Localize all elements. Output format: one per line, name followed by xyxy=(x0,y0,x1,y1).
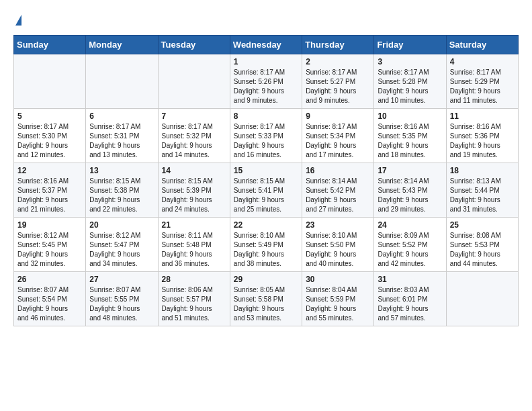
day-number: 15 xyxy=(234,166,298,175)
day-number: 26 xyxy=(17,275,82,284)
calendar-cell: 18Sunrise: 8:13 AM Sunset: 5:44 PM Dayli… xyxy=(446,163,518,218)
calendar-cell: 7Sunrise: 8:17 AM Sunset: 5:32 PM Daylig… xyxy=(158,109,230,163)
day-info: Sunrise: 8:03 AM Sunset: 6:01 PM Dayligh… xyxy=(378,285,442,323)
calendar-week-row: 5Sunrise: 8:17 AM Sunset: 5:30 PM Daylig… xyxy=(14,109,519,163)
calendar-cell: 4Sunrise: 8:17 AM Sunset: 5:29 PM Daylig… xyxy=(446,54,518,109)
calendar-cell: 14Sunrise: 8:15 AM Sunset: 5:39 PM Dayli… xyxy=(158,163,230,218)
calendar-week-row: 19Sunrise: 8:12 AM Sunset: 5:45 PM Dayli… xyxy=(14,218,519,272)
day-info: Sunrise: 8:16 AM Sunset: 5:35 PM Dayligh… xyxy=(378,122,442,160)
logo xyxy=(13,13,21,24)
calendar-cell: 5Sunrise: 8:17 AM Sunset: 5:30 PM Daylig… xyxy=(14,109,86,163)
day-number: 4 xyxy=(450,57,515,66)
calendar-cell xyxy=(446,272,518,326)
calendar-week-row: 12Sunrise: 8:16 AM Sunset: 5:37 PM Dayli… xyxy=(14,163,519,218)
calendar-cell: 12Sunrise: 8:16 AM Sunset: 5:37 PM Dayli… xyxy=(14,163,86,218)
day-number: 8 xyxy=(234,111,298,121)
day-info: Sunrise: 8:17 AM Sunset: 5:31 PM Dayligh… xyxy=(89,122,154,160)
calendar-cell: 21Sunrise: 8:11 AM Sunset: 5:48 PM Dayli… xyxy=(158,218,230,272)
calendar-cell: 22Sunrise: 8:10 AM Sunset: 5:49 PM Dayli… xyxy=(230,218,302,272)
weekday-header-row: SundayMondayTuesdayWednesdayThursdayFrid… xyxy=(14,36,519,54)
day-info: Sunrise: 8:10 AM Sunset: 5:50 PM Dayligh… xyxy=(306,231,370,269)
calendar-week-row: 26Sunrise: 8:07 AM Sunset: 5:54 PM Dayli… xyxy=(14,272,519,326)
day-info: Sunrise: 8:14 AM Sunset: 5:43 PM Dayligh… xyxy=(378,177,442,214)
calendar-cell: 15Sunrise: 8:15 AM Sunset: 5:41 PM Dayli… xyxy=(230,163,302,218)
calendar-cell: 13Sunrise: 8:15 AM Sunset: 5:38 PM Dayli… xyxy=(86,163,158,218)
day-info: Sunrise: 8:12 AM Sunset: 5:47 PM Dayligh… xyxy=(89,231,154,269)
day-number: 31 xyxy=(378,275,442,284)
page-header xyxy=(13,13,519,24)
day-number: 13 xyxy=(89,166,154,175)
day-info: Sunrise: 8:08 AM Sunset: 5:53 PM Dayligh… xyxy=(450,231,515,269)
day-number: 5 xyxy=(17,111,82,121)
day-info: Sunrise: 8:04 AM Sunset: 5:59 PM Dayligh… xyxy=(306,285,370,323)
calendar-cell: 30Sunrise: 8:04 AM Sunset: 5:59 PM Dayli… xyxy=(302,272,374,326)
day-number: 12 xyxy=(17,166,82,175)
day-number: 29 xyxy=(234,275,298,284)
day-info: Sunrise: 8:17 AM Sunset: 5:34 PM Dayligh… xyxy=(306,122,370,160)
calendar-cell: 25Sunrise: 8:08 AM Sunset: 5:53 PM Dayli… xyxy=(446,218,518,272)
day-number: 19 xyxy=(17,220,82,230)
weekday-header: Saturday xyxy=(446,36,518,54)
day-number: 20 xyxy=(89,220,154,230)
weekday-header: Friday xyxy=(374,36,446,54)
calendar-cell: 24Sunrise: 8:09 AM Sunset: 5:52 PM Dayli… xyxy=(374,218,446,272)
calendar-table: SundayMondayTuesdayWednesdayThursdayFrid… xyxy=(13,35,519,326)
day-number: 22 xyxy=(234,220,298,230)
day-info: Sunrise: 8:17 AM Sunset: 5:30 PM Dayligh… xyxy=(17,122,82,160)
weekday-header: Monday xyxy=(86,36,158,54)
calendar-cell: 29Sunrise: 8:05 AM Sunset: 5:58 PM Dayli… xyxy=(230,272,302,326)
calendar-cell: 16Sunrise: 8:14 AM Sunset: 5:42 PM Dayli… xyxy=(302,163,374,218)
calendar-cell xyxy=(158,54,230,109)
day-number: 18 xyxy=(450,166,515,175)
day-info: Sunrise: 8:12 AM Sunset: 5:45 PM Dayligh… xyxy=(17,231,82,269)
day-number: 9 xyxy=(306,111,370,121)
day-number: 28 xyxy=(162,275,226,284)
logo-triangle-icon xyxy=(15,15,21,26)
day-number: 27 xyxy=(89,275,154,284)
day-info: Sunrise: 8:06 AM Sunset: 5:57 PM Dayligh… xyxy=(162,285,226,323)
calendar-week-row: 1Sunrise: 8:17 AM Sunset: 5:26 PM Daylig… xyxy=(14,54,519,109)
calendar-cell: 31Sunrise: 8:03 AM Sunset: 6:01 PM Dayli… xyxy=(374,272,446,326)
calendar-cell: 26Sunrise: 8:07 AM Sunset: 5:54 PM Dayli… xyxy=(14,272,86,326)
day-number: 6 xyxy=(89,111,154,121)
calendar-cell: 6Sunrise: 8:17 AM Sunset: 5:31 PM Daylig… xyxy=(86,109,158,163)
calendar-cell xyxy=(86,54,158,109)
calendar-cell: 20Sunrise: 8:12 AM Sunset: 5:47 PM Dayli… xyxy=(86,218,158,272)
weekday-header: Wednesday xyxy=(230,36,302,54)
day-number: 17 xyxy=(378,166,442,175)
day-number: 7 xyxy=(162,111,226,121)
day-info: Sunrise: 8:16 AM Sunset: 5:37 PM Dayligh… xyxy=(17,177,82,214)
day-info: Sunrise: 8:07 AM Sunset: 5:54 PM Dayligh… xyxy=(17,285,82,323)
calendar-cell: 3Sunrise: 8:17 AM Sunset: 5:28 PM Daylig… xyxy=(374,54,446,109)
day-info: Sunrise: 8:10 AM Sunset: 5:49 PM Dayligh… xyxy=(234,231,298,269)
calendar-cell: 23Sunrise: 8:10 AM Sunset: 5:50 PM Dayli… xyxy=(302,218,374,272)
day-info: Sunrise: 8:17 AM Sunset: 5:28 PM Dayligh… xyxy=(378,68,442,105)
calendar-cell: 27Sunrise: 8:07 AM Sunset: 5:55 PM Dayli… xyxy=(86,272,158,326)
day-info: Sunrise: 8:16 AM Sunset: 5:36 PM Dayligh… xyxy=(450,122,515,160)
calendar-cell: 11Sunrise: 8:16 AM Sunset: 5:36 PM Dayli… xyxy=(446,109,518,163)
day-number: 2 xyxy=(306,57,370,66)
weekday-header: Tuesday xyxy=(158,36,230,54)
day-number: 24 xyxy=(378,220,442,230)
day-number: 1 xyxy=(234,57,298,66)
day-number: 16 xyxy=(306,166,370,175)
day-info: Sunrise: 8:05 AM Sunset: 5:58 PM Dayligh… xyxy=(234,285,298,323)
day-info: Sunrise: 8:11 AM Sunset: 5:48 PM Dayligh… xyxy=(162,231,226,269)
day-info: Sunrise: 8:17 AM Sunset: 5:26 PM Dayligh… xyxy=(234,68,298,105)
day-number: 10 xyxy=(378,111,442,121)
day-info: Sunrise: 8:17 AM Sunset: 5:32 PM Dayligh… xyxy=(162,122,226,160)
calendar-cell xyxy=(14,54,86,109)
day-info: Sunrise: 8:09 AM Sunset: 5:52 PM Dayligh… xyxy=(378,231,442,269)
calendar-cell: 17Sunrise: 8:14 AM Sunset: 5:43 PM Dayli… xyxy=(374,163,446,218)
day-info: Sunrise: 8:15 AM Sunset: 5:38 PM Dayligh… xyxy=(89,177,154,214)
calendar-cell: 1Sunrise: 8:17 AM Sunset: 5:26 PM Daylig… xyxy=(230,54,302,109)
day-number: 25 xyxy=(450,220,515,230)
calendar-cell: 28Sunrise: 8:06 AM Sunset: 5:57 PM Dayli… xyxy=(158,272,230,326)
calendar-cell: 8Sunrise: 8:17 AM Sunset: 5:33 PM Daylig… xyxy=(230,109,302,163)
day-number: 21 xyxy=(162,220,226,230)
day-number: 14 xyxy=(162,166,226,175)
day-info: Sunrise: 8:13 AM Sunset: 5:44 PM Dayligh… xyxy=(450,177,515,214)
day-info: Sunrise: 8:15 AM Sunset: 5:39 PM Dayligh… xyxy=(162,177,226,214)
weekday-header: Thursday xyxy=(302,36,374,54)
day-number: 3 xyxy=(378,57,442,66)
